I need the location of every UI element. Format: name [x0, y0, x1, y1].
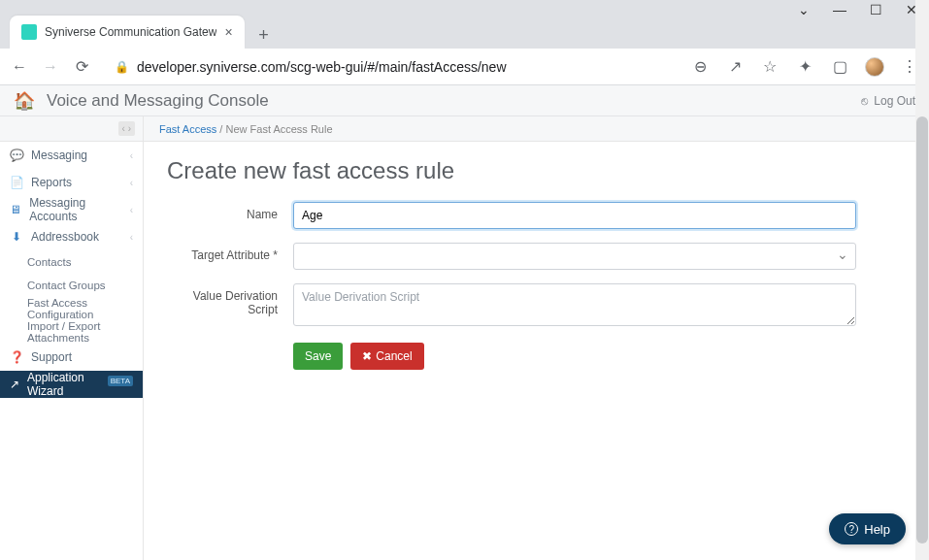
breadcrumb-root[interactable]: Fast Access	[159, 123, 216, 135]
beta-badge: BETA	[108, 376, 133, 386]
page-title: Create new fast access rule	[167, 157, 906, 184]
sidebar-item-label: Messaging	[31, 148, 87, 162]
sidebar-sub-contacts[interactable]: Contacts	[0, 250, 143, 274]
zoom-icon[interactable]: ⊖	[690, 57, 710, 77]
side-panel-icon[interactable]: ▢	[830, 57, 849, 77]
sidebar-item-support[interactable]: ❓ Support	[0, 344, 143, 371]
url-bar[interactable]: 🔒 developer.syniverse.com/scg-web-gui/#/…	[103, 52, 679, 82]
name-label: Name	[167, 202, 293, 221]
sidebar-toggle[interactable]: ‹ ›	[0, 116, 143, 142]
window-minimize-icon[interactable]: —	[833, 3, 846, 16]
favicon-icon	[21, 24, 37, 40]
chat-icon: 💬	[10, 148, 23, 162]
logout-label: Log Out	[874, 94, 915, 108]
help-button[interactable]: ? Help	[829, 513, 906, 544]
nav-reload-icon[interactable]: ⟳	[72, 57, 91, 77]
app-title: Voice and Messaging Console	[47, 91, 269, 111]
new-tab-button[interactable]: +	[250, 21, 278, 49]
download-icon: ⬇	[10, 230, 23, 244]
cancel-label: Cancel	[376, 349, 412, 363]
target-attribute-label: Target Attribute *	[167, 243, 293, 262]
tab-title: Syniverse Communication Gatew	[45, 25, 216, 39]
sidebar-toggle-icon: ‹ ›	[118, 121, 135, 136]
chevron-left-icon: ‹	[130, 232, 133, 243]
scrollbar-thumb[interactable]	[916, 116, 928, 544]
help-circle-icon: ?	[845, 522, 858, 536]
sidebar-item-label: Support	[31, 350, 72, 364]
name-input[interactable]	[293, 202, 856, 229]
share-icon[interactable]: ↗	[725, 57, 745, 77]
home-icon[interactable]: 🏠	[14, 90, 35, 112]
sidebar-item-label: Messaging Accounts	[29, 196, 122, 223]
logout-icon: ⎋	[861, 94, 868, 108]
scrollbar-track[interactable]	[915, 0, 929, 560]
extensions-icon[interactable]: ✦	[795, 57, 814, 77]
sidebar-item-label: Addressbook	[31, 230, 99, 244]
breadcrumb: Fast Access / New Fast Access Rule	[144, 116, 929, 142]
window-controls: ⌄ — ☐ ✕	[0, 0, 929, 14]
report-icon: 📄	[10, 176, 23, 189]
sidebar-item-addressbook[interactable]: ⬇ Addressbook ‹	[0, 223, 143, 250]
sidebar-sub-contact-groups[interactable]: Contact Groups	[0, 274, 143, 297]
app-header: 🏠 Voice and Messaging Console ⎋ Log Out	[0, 85, 929, 116]
breadcrumb-current: New Fast Access Rule	[225, 123, 332, 135]
sidebar-item-messaging-accounts[interactable]: 🖥 Messaging Accounts ‹	[0, 196, 143, 223]
window-maximize-icon[interactable]: ☐	[870, 3, 882, 16]
sidebar: ‹ › 💬 Messaging ‹ 📄 Reports ‹ 🖥 Messagin…	[0, 116, 144, 560]
tab-close-icon[interactable]: ×	[224, 24, 232, 40]
target-attribute-select[interactable]	[293, 243, 856, 270]
chevron-left-icon: ‹	[130, 205, 133, 215]
close-icon: ✖	[362, 349, 372, 363]
value-derivation-script-input[interactable]	[293, 283, 856, 326]
window-dropdown-icon[interactable]: ⌄	[798, 3, 810, 16]
chevron-left-icon: ‹	[130, 178, 133, 188]
sidebar-sub-import-export[interactable]: Import / Export Attachments	[0, 320, 143, 344]
lock-icon: 🔒	[115, 60, 129, 74]
profile-avatar[interactable]	[865, 57, 884, 77]
help-label: Help	[864, 522, 890, 537]
main-content: Fast Access / New Fast Access Rule Creat…	[144, 116, 929, 560]
sidebar-item-reports[interactable]: 📄 Reports ‹	[0, 169, 143, 196]
bookmark-star-icon[interactable]: ☆	[760, 57, 780, 77]
browser-tab[interactable]: Syniverse Communication Gatew ×	[10, 16, 245, 49]
save-button[interactable]: Save	[293, 343, 343, 370]
help-icon: ❓	[10, 350, 23, 364]
sidebar-item-label: Application Wizard	[27, 371, 96, 398]
external-link-icon: ↗	[10, 378, 19, 391]
chevron-left-icon: ‹	[130, 150, 133, 161]
sidebar-item-application-wizard[interactable]: ↗ Application Wizard BETA	[0, 371, 143, 398]
cancel-button[interactable]: ✖ Cancel	[350, 343, 423, 370]
nav-back-icon[interactable]: ←	[10, 57, 29, 77]
nav-forward-icon: →	[41, 57, 60, 77]
browser-toolbar: ← → ⟳ 🔒 developer.syniverse.com/scg-web-…	[0, 49, 929, 85]
tab-strip: Syniverse Communication Gatew × +	[0, 14, 929, 49]
logout-button[interactable]: ⎋ Log Out	[861, 94, 915, 108]
sidebar-item-label: Reports	[31, 176, 72, 189]
breadcrumb-sep: /	[219, 123, 222, 135]
monitor-icon: 🖥	[10, 203, 21, 216]
script-label: Value Derivation Script	[167, 283, 293, 316]
sidebar-item-messaging[interactable]: 💬 Messaging ‹	[0, 142, 143, 169]
sidebar-sub-fast-access-config[interactable]: Fast Access Configuration	[0, 297, 143, 320]
url-text: developer.syniverse.com/scg-web-gui/#/ma…	[137, 59, 507, 75]
